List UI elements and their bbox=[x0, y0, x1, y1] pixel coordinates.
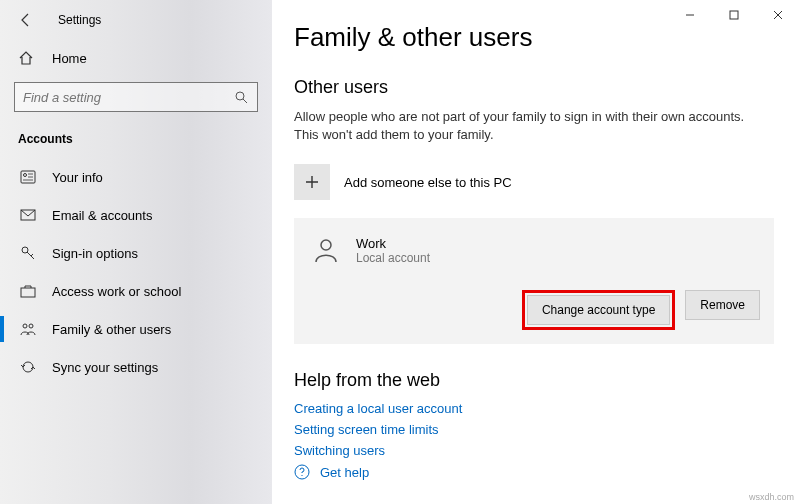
window-title: Settings bbox=[58, 13, 101, 27]
titlebar: Settings bbox=[0, 0, 272, 40]
help-section: Help from the web Creating a local user … bbox=[294, 370, 800, 480]
sidebar-item-family-other-users[interactable]: Family & other users bbox=[0, 310, 272, 348]
svg-point-7 bbox=[29, 324, 33, 328]
other-users-heading: Other users bbox=[294, 77, 800, 98]
search-box[interactable] bbox=[14, 82, 258, 112]
remove-user-button[interactable]: Remove bbox=[685, 290, 760, 320]
sidebar-item-email-accounts[interactable]: Email & accounts bbox=[0, 196, 272, 234]
nav-label: Sync your settings bbox=[52, 360, 158, 375]
avatar-icon bbox=[308, 232, 344, 268]
back-button[interactable] bbox=[14, 8, 38, 32]
maximize-button[interactable] bbox=[712, 0, 756, 30]
home-button[interactable]: Home bbox=[0, 40, 272, 76]
svg-point-6 bbox=[23, 324, 27, 328]
nav-label: Sign-in options bbox=[52, 246, 138, 261]
nav-label: Your info bbox=[52, 170, 103, 185]
help-heading: Help from the web bbox=[294, 370, 800, 391]
briefcase-icon bbox=[18, 284, 38, 298]
nav-label: Email & accounts bbox=[52, 208, 152, 223]
svg-rect-5 bbox=[21, 288, 35, 297]
main-content: Family & other users Other users Allow p… bbox=[272, 0, 800, 504]
user-subtitle: Local account bbox=[356, 251, 430, 265]
other-users-description: Allow people who are not part of your fa… bbox=[294, 108, 754, 144]
sync-icon bbox=[18, 359, 38, 375]
sidebar-item-signin-options[interactable]: Sign-in options bbox=[0, 234, 272, 272]
svg-point-2 bbox=[24, 174, 27, 177]
mail-icon bbox=[18, 209, 38, 221]
nav: Your info Email & accounts Sign-in optio… bbox=[0, 158, 272, 386]
help-link[interactable]: Setting screen time limits bbox=[294, 422, 800, 437]
add-user-label: Add someone else to this PC bbox=[344, 175, 512, 190]
plus-icon bbox=[294, 164, 330, 200]
person-card-icon bbox=[18, 170, 38, 184]
minimize-button[interactable] bbox=[668, 0, 712, 30]
home-icon bbox=[18, 50, 38, 66]
sidebar: Settings Home Accounts Your info bbox=[0, 0, 272, 504]
nav-label: Family & other users bbox=[52, 322, 171, 337]
svg-point-9 bbox=[321, 240, 331, 250]
people-icon bbox=[18, 322, 38, 336]
user-card[interactable]: Work Local account Change account type R… bbox=[294, 218, 774, 344]
svg-point-0 bbox=[236, 92, 244, 100]
key-icon bbox=[18, 245, 38, 261]
help-icon bbox=[294, 464, 312, 480]
close-button[interactable] bbox=[756, 0, 800, 30]
window-controls bbox=[668, 0, 800, 30]
nav-label: Access work or school bbox=[52, 284, 181, 299]
svg-rect-8 bbox=[730, 11, 738, 19]
section-title: Accounts bbox=[0, 122, 272, 154]
sidebar-item-your-info[interactable]: Your info bbox=[0, 158, 272, 196]
get-help-label: Get help bbox=[320, 465, 369, 480]
help-link[interactable]: Switching users bbox=[294, 443, 800, 458]
highlight-box: Change account type bbox=[522, 290, 675, 330]
search-icon bbox=[233, 90, 249, 104]
watermark: wsxdh.com bbox=[749, 492, 794, 502]
get-help-row[interactable]: Get help bbox=[294, 464, 800, 480]
user-name: Work bbox=[356, 236, 430, 251]
sidebar-item-sync-settings[interactable]: Sync your settings bbox=[0, 348, 272, 386]
home-label: Home bbox=[52, 51, 87, 66]
change-account-type-button[interactable]: Change account type bbox=[527, 295, 670, 325]
user-header: Work Local account bbox=[308, 232, 760, 268]
add-user-button[interactable]: Add someone else to this PC bbox=[294, 160, 800, 204]
search-input[interactable] bbox=[23, 90, 233, 105]
help-link[interactable]: Creating a local user account bbox=[294, 401, 800, 416]
sidebar-item-access-work-school[interactable]: Access work or school bbox=[0, 272, 272, 310]
